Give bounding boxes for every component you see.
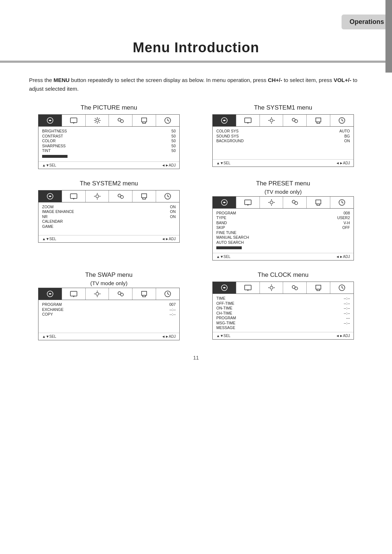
icon-cell-sw-3	[86, 288, 109, 300]
swap-menu-title: The SWAP menu	[38, 271, 180, 279]
svg-marker-57	[142, 291, 147, 295]
system2-menu-panel: The SYSTEM2 menu	[38, 180, 180, 261]
icon-cell-p-5	[307, 197, 330, 208]
swap-menu-footer: ▲▼SEL◄►ADJ	[38, 333, 179, 340]
icon-cell-sw-4	[109, 288, 132, 300]
icon-cell-s1-5	[307, 115, 330, 126]
picture-menu-footer: ▲▼SEL◄►ADJ	[38, 161, 179, 169]
svg-point-17	[270, 119, 273, 122]
icon-cell-s2-4	[109, 190, 132, 202]
icon-cell-5	[132, 115, 156, 126]
page-title: Menu Introduction	[0, 40, 392, 56]
swap-menu-box: PROGRAM007 EXCHANGE--:-- COPY--:-- ▲▼SEL…	[38, 288, 180, 340]
icon-cell-1	[38, 115, 62, 126]
system1-menu-content: COLOR SYSAUTO SOUND SYSBG BACKGROUNDON	[213, 127, 354, 159]
svg-point-50	[96, 292, 99, 295]
svg-point-67	[295, 287, 298, 290]
system2-menu-box: ZOOMON IMAGE ENHANCEON NRON CALENDAR GAM…	[38, 190, 180, 243]
svg-point-23	[295, 120, 298, 123]
svg-point-34	[121, 196, 123, 198]
menus-container: The PICTURE menu	[22, 104, 370, 340]
svg-rect-1	[70, 118, 77, 123]
icon-cell-p-1	[213, 197, 236, 208]
icon-cell-sw-2	[62, 288, 86, 300]
icon-cell-p-6	[330, 197, 354, 208]
icon-cell-s2-2	[62, 190, 86, 202]
clock-menu-footer: ▲▼SEL◄►ADJ	[213, 332, 354, 339]
page-number: 11	[0, 355, 392, 361]
clock-menu-panel: The CLOCK menu	[212, 271, 354, 340]
icon-cell-c-3	[260, 282, 283, 294]
description: Press the MENU button repeatedly to sele…	[29, 76, 363, 93]
preset-menu-title: The PRESET menu	[212, 180, 354, 187]
swap-menu-content: PROGRAM007 EXCHANGE--:-- COPY--:--	[38, 300, 179, 333]
preset-menu-content: PROGRAM008 TYPEUSER2 BANDV-H SKIPOFF FIN…	[213, 209, 354, 253]
clock-menu-box: TIME--:-- OFF-TIME--:-- ON-TIME--:-- CH-…	[212, 282, 354, 340]
svg-line-9	[99, 118, 99, 119]
icon-cell-p-2	[236, 197, 260, 208]
svg-marker-13	[142, 118, 147, 122]
preset-menu-footer: ▲▼SEL◄►ADJ	[213, 253, 354, 260]
system1-icon-bar	[213, 115, 354, 127]
icon-cell-c-6	[330, 282, 354, 294]
svg-point-28	[96, 195, 99, 198]
icon-cell-c-1	[213, 282, 236, 294]
operations-label: Operations	[350, 18, 384, 25]
clock-menu-title: The CLOCK menu	[212, 271, 354, 279]
picture-menu-box: BRIGHTNESS50 CONTRAST50 COLOR50 SHARPNES…	[38, 114, 180, 169]
system2-icon-bar	[38, 190, 179, 202]
picture-menu-title: The PICTURE menu	[38, 104, 180, 111]
svg-marker-35	[142, 194, 147, 198]
svg-point-2	[96, 119, 99, 122]
icon-cell-s1-1	[213, 115, 236, 126]
swap-menu-subtitle: (TV mode only)	[38, 280, 180, 286]
menu-row-3: The SWAP menu (TV mode only)	[22, 271, 370, 340]
icon-cell-c-2	[236, 282, 260, 294]
system2-menu-title: The SYSTEM2 menu	[38, 180, 180, 187]
icon-cell-p-3	[260, 197, 283, 208]
picture-menu-content: BRIGHTNESS50 CONTRAST50 COLOR50 SHARPNES…	[38, 127, 179, 161]
svg-rect-16	[245, 118, 251, 123]
system1-menu-box: COLOR SYSAUTO SOUND SYSBG BACKGROUNDON ▲…	[212, 114, 354, 167]
icon-cell-2	[62, 115, 86, 126]
preset-icon-bar	[213, 197, 354, 209]
preset-menu-box: PROGRAM008 TYPEUSER2 BANDV-H SKIPOFF FIN…	[212, 196, 354, 261]
title-rule	[0, 61, 392, 63]
icon-cell-p-4	[283, 197, 307, 208]
svg-marker-46	[316, 200, 321, 204]
svg-rect-60	[245, 285, 251, 290]
svg-marker-24	[316, 118, 321, 122]
preset-menu-subtitle: (TV mode only)	[212, 189, 354, 195]
preset-menu-panel: The PRESET menu (TV mode only)	[212, 180, 354, 261]
icon-cell-6	[156, 115, 179, 126]
icon-cell-s1-6	[330, 115, 354, 126]
icon-cell-c-5	[307, 282, 330, 294]
icon-cell-sw-5	[132, 288, 156, 300]
icon-cell-s2-1	[38, 190, 62, 202]
sidebar-bar	[385, 0, 392, 73]
swap-menu-panel: The SWAP menu (TV mode only)	[38, 271, 180, 340]
icon-cell-s1-2	[236, 115, 260, 126]
clock-icon-bar	[213, 282, 354, 294]
system1-menu-footer: ▲▼SEL◄►ADJ	[213, 159, 354, 167]
svg-marker-68	[316, 285, 321, 289]
menu-row-2: The SYSTEM2 menu	[22, 180, 370, 261]
icon-cell-s2-5	[132, 190, 156, 202]
clock-menu-content: TIME--:-- OFF-TIME--:-- ON-TIME--:-- CH-…	[213, 294, 354, 332]
svg-point-39	[270, 201, 273, 204]
icon-cell-4	[109, 115, 132, 126]
icon-cell-s1-4	[283, 115, 307, 126]
menu-row-1: The PICTURE menu	[22, 104, 370, 169]
icon-cell-s1-3	[260, 115, 283, 126]
svg-point-45	[295, 202, 298, 205]
icon-cell-sw-6	[156, 288, 179, 300]
svg-rect-38	[245, 200, 251, 205]
system2-menu-footer: ▲▼SEL◄►ADJ	[38, 235, 179, 242]
svg-line-8	[99, 122, 99, 123]
icon-cell-s2-3	[86, 190, 109, 202]
svg-rect-27	[70, 194, 77, 198]
icon-cell-sw-1	[38, 288, 62, 300]
svg-point-12	[121, 120, 123, 123]
svg-line-10	[95, 122, 95, 123]
operations-tab: Operations	[342, 15, 392, 29]
